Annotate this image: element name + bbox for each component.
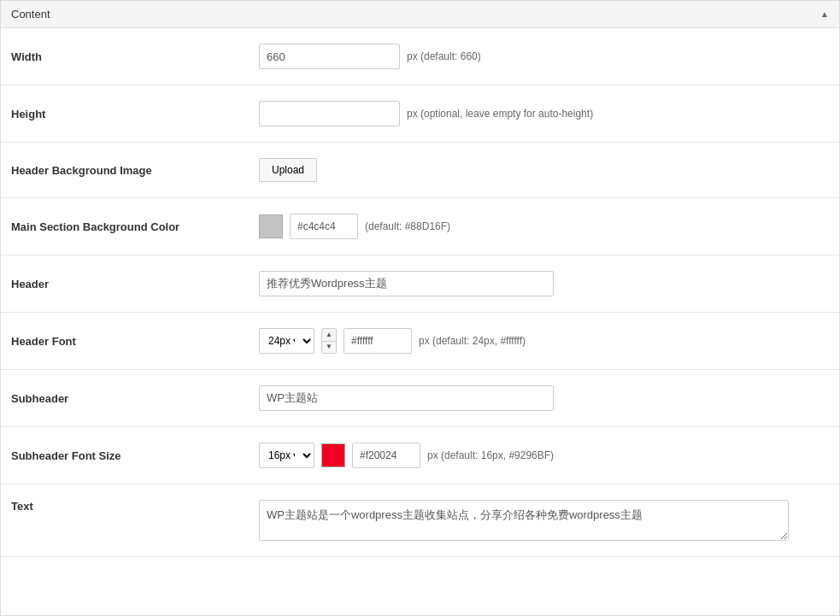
subheader-font-size-select[interactable]: 16px ▾ [259, 443, 314, 468]
width-input[interactable] [259, 44, 400, 69]
header-row: Header [1, 255, 839, 313]
content-panel: Content ▲ Width px (default: 660) Height… [0, 0, 840, 616]
header-font-hint: px (default: 24px, #ffffff) [419, 335, 526, 347]
subheader-font-color-input[interactable] [352, 443, 420, 468]
main-section-color-hint: (default: #88D16F) [365, 220, 450, 232]
main-section-bg-color-controls: (default: #88D16F) [259, 214, 829, 239]
height-row: Height px (optional, leave empty for aut… [1, 85, 839, 143]
header-bg-image-label: Header Background Image [11, 164, 259, 177]
subheader-label: Subheader [11, 392, 259, 405]
height-hint: px (optional, leave empty for auto-heigh… [407, 108, 593, 120]
text-row: Text WP主题站是一个wordpress主题收集站点，分享介绍各种免费wor… [1, 484, 839, 557]
header-input[interactable] [259, 271, 554, 296]
main-section-bg-color-label: Main Section Background Color [11, 220, 259, 233]
main-section-color-swatch[interactable] [259, 214, 283, 238]
text-label: Text [11, 500, 259, 513]
upload-button[interactable]: Upload [259, 158, 317, 182]
text-controls: WP主题站是一个wordpress主题收集站点，分享介绍各种免费wordpres… [259, 500, 829, 541]
header-bg-image-controls: Upload [259, 158, 829, 182]
main-section-color-input[interactable] [290, 214, 358, 239]
subheader-row: Subheader [1, 370, 839, 427]
header-font-row: Header Font 24px ▾ ▲ ▼ px (default: 24px… [1, 313, 839, 370]
width-hint: px (default: 660) [407, 50, 481, 62]
header-bg-image-row: Header Background Image Upload [1, 143, 839, 198]
header-font-size-select[interactable]: 24px ▾ [259, 328, 314, 354]
header-font-color-input[interactable] [344, 328, 412, 354]
subheader-color-swatch[interactable] [321, 443, 345, 467]
subheader-input[interactable] [259, 385, 554, 411]
height-input[interactable] [259, 101, 400, 126]
width-controls: px (default: 660) [259, 44, 829, 69]
subheader-controls [259, 385, 829, 411]
text-textarea[interactable]: WP主题站是一个wordpress主题收集站点，分享介绍各种免费wordpres… [259, 500, 789, 541]
panel-header[interactable]: Content ▲ [1, 1, 839, 28]
header-font-controls: 24px ▾ ▲ ▼ px (default: 24px, #ffffff) [259, 328, 829, 354]
font-up-arrow[interactable]: ▲ [322, 329, 336, 342]
subheader-font-size-label: Subheader Font Size [11, 449, 259, 462]
collapse-icon[interactable]: ▲ [820, 9, 829, 19]
subheader-font-hint: px (default: 16px, #9296BF) [427, 449, 554, 461]
height-label: Height [11, 108, 259, 120]
width-row: Width px (default: 660) [1, 28, 839, 85]
subheader-font-size-row: Subheader Font Size 16px ▾ px (default: … [1, 427, 839, 484]
header-label: Header [11, 278, 259, 290]
header-controls [259, 271, 829, 296]
width-label: Width [11, 50, 259, 63]
subheader-font-size-controls: 16px ▾ px (default: 16px, #9296BF) [259, 443, 829, 468]
main-section-bg-color-row: Main Section Background Color (default: … [1, 198, 839, 255]
height-controls: px (optional, leave empty for auto-heigh… [259, 101, 829, 126]
panel-title: Content [11, 8, 50, 21]
header-font-updown[interactable]: ▲ ▼ [321, 328, 337, 354]
header-font-label: Header Font [11, 335, 259, 348]
font-down-arrow[interactable]: ▼ [322, 342, 336, 354]
